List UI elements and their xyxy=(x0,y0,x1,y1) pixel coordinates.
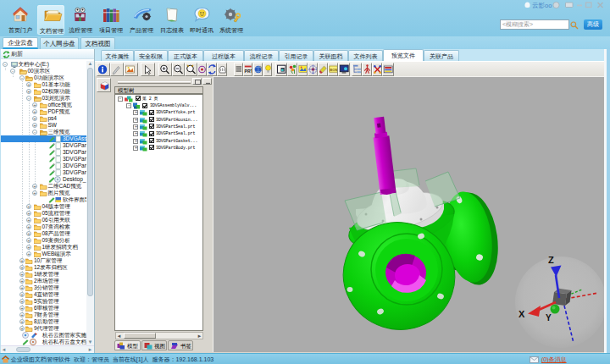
svg-text:X: X xyxy=(518,309,525,319)
svg-text:云影oo: 云影oo xyxy=(532,2,552,9)
svg-text:Z: Z xyxy=(548,255,554,265)
svg-text:BOM: BOM xyxy=(330,68,337,72)
svg-text:PRT: PRT xyxy=(245,69,252,74)
svg-text:Y: Y xyxy=(546,313,552,323)
